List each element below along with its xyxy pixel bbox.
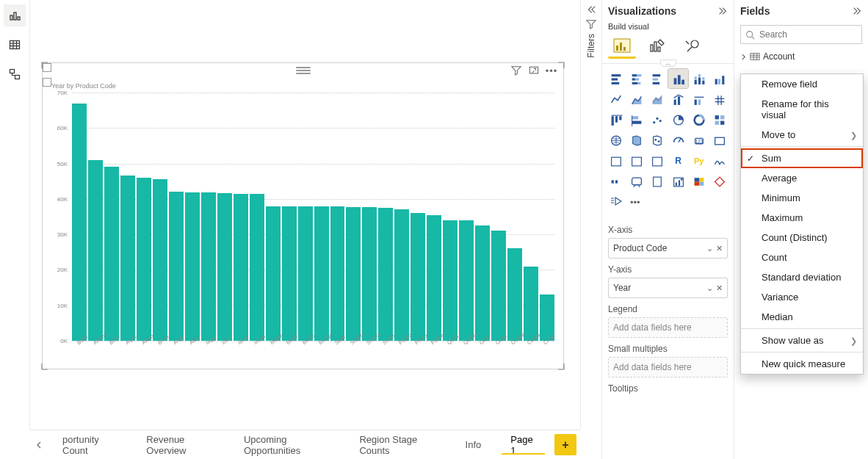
bar[interactable] xyxy=(266,206,281,341)
viz-type-tile[interactable] xyxy=(627,69,646,88)
collapse-right-icon[interactable] xyxy=(852,6,862,16)
ctx-item[interactable]: Rename for this visual xyxy=(741,94,863,125)
bar[interactable] xyxy=(88,160,103,341)
viz-type-tile[interactable]: 123 xyxy=(690,131,709,150)
page-tab[interactable]: portunity Count xyxy=(48,430,131,459)
ctx-item[interactable]: New quick measure xyxy=(741,354,863,374)
viz-type-tile[interactable] xyxy=(710,151,729,170)
viz-type-tile[interactable] xyxy=(627,172,646,191)
more-visuals-icon[interactable]: ••• xyxy=(630,197,640,208)
viz-type-tile[interactable] xyxy=(648,90,667,109)
analytics-tab[interactable] xyxy=(679,34,706,59)
viz-type-tile[interactable] xyxy=(607,131,626,150)
expand-left-icon[interactable] xyxy=(586,4,596,15)
table-account[interactable]: Account xyxy=(740,50,862,63)
viz-type-tile[interactable] xyxy=(607,172,626,191)
viz-type-tile[interactable] xyxy=(607,69,626,88)
page-tab[interactable]: Revenue Overview xyxy=(131,430,229,459)
viz-type-tile[interactable] xyxy=(627,151,646,170)
focus-mode-icon[interactable] xyxy=(528,65,540,76)
viz-type-tile[interactable]: Py xyxy=(690,151,709,170)
bar[interactable] xyxy=(346,207,361,341)
bar[interactable] xyxy=(217,193,232,341)
ctx-item[interactable]: Show value as❯ xyxy=(741,330,863,350)
more-options-icon[interactable]: ••• xyxy=(546,65,557,76)
ctx-item[interactable]: Standard deviation xyxy=(741,267,863,287)
viz-type-tile[interactable] xyxy=(607,90,626,109)
xaxis-well[interactable]: Product Code ⌄✕ xyxy=(608,238,728,259)
bar[interactable] xyxy=(411,213,425,341)
resize-handle[interactable] xyxy=(557,362,564,369)
remove-field-icon[interactable]: ✕ xyxy=(716,244,723,253)
viz-type-tile[interactable] xyxy=(690,172,709,191)
bar[interactable] xyxy=(378,208,393,341)
bar[interactable] xyxy=(491,231,506,341)
bar[interactable] xyxy=(234,194,248,341)
ctx-item[interactable]: Count xyxy=(741,247,863,267)
viz-type-tile[interactable] xyxy=(607,110,626,129)
ctx-item[interactable]: Sum✓ xyxy=(741,148,863,168)
ctx-item[interactable]: Move to❯ xyxy=(741,125,863,145)
ctx-item[interactable]: Count (Distinct) xyxy=(741,228,863,247)
bar[interactable] xyxy=(394,209,409,341)
viz-type-tile[interactable] xyxy=(690,90,709,109)
bar[interactable] xyxy=(185,192,200,341)
filter-icon[interactable] xyxy=(510,65,522,76)
bar[interactable] xyxy=(362,207,377,341)
viz-type-tile[interactable] xyxy=(710,131,729,150)
viz-type-tile[interactable] xyxy=(648,131,667,150)
bar[interactable] xyxy=(443,220,457,341)
fields-search[interactable] xyxy=(740,25,862,44)
build-visual-tab[interactable] xyxy=(608,34,636,59)
data-view-button[interactable] xyxy=(4,34,26,56)
small-multiples-well[interactable]: Add data fields here xyxy=(608,357,728,377)
viz-type-tile[interactable] xyxy=(668,90,687,109)
bar[interactable] xyxy=(250,194,264,341)
ctx-item[interactable]: Variance xyxy=(741,287,863,307)
bar[interactable] xyxy=(524,267,538,341)
viz-type-tile[interactable] xyxy=(690,69,709,88)
page-tab[interactable]: Region Stage Counts xyxy=(344,430,450,459)
bar[interactable] xyxy=(201,192,216,341)
legend-well[interactable]: Add data fields here xyxy=(608,317,728,338)
viz-type-tile[interactable] xyxy=(668,110,687,129)
viz-type-tile[interactable] xyxy=(627,131,646,150)
viz-type-tile[interactable]: R xyxy=(668,151,687,170)
bar[interactable] xyxy=(427,215,441,341)
report-canvas[interactable]: ••• Year by Product Code 70K60K50K40K30K… xyxy=(30,0,580,430)
bar[interactable] xyxy=(314,206,329,341)
bar[interactable] xyxy=(72,104,87,341)
resize-handle[interactable] xyxy=(42,362,49,369)
ctx-item[interactable]: Average xyxy=(741,168,863,188)
bar[interactable] xyxy=(153,179,167,341)
bar[interactable] xyxy=(282,206,297,341)
remove-field-icon[interactable]: ✕ xyxy=(716,283,723,293)
bar[interactable] xyxy=(459,220,474,341)
bar[interactable] xyxy=(104,167,119,341)
add-page-button[interactable]: + xyxy=(554,434,576,455)
chevron-down-icon[interactable]: ⌄ xyxy=(706,283,713,293)
chevron-down-icon[interactable]: ⌄ xyxy=(706,244,713,253)
chart-visual-frame[interactable]: ••• Year by Product Code 70K60K50K40K30K… xyxy=(42,62,564,369)
report-view-button[interactable] xyxy=(4,4,26,26)
viz-type-tile[interactable] xyxy=(627,110,646,129)
bar[interactable] xyxy=(330,206,345,341)
viz-type-tile[interactable] xyxy=(710,110,729,129)
viz-type-tile[interactable] xyxy=(648,110,667,129)
drag-grip-icon[interactable] xyxy=(296,67,311,74)
viz-type-tile[interactable] xyxy=(710,172,729,191)
collapse-right-icon[interactable] xyxy=(717,6,728,16)
page-tab[interactable]: Upcoming Opportunities xyxy=(229,430,345,459)
ctx-item[interactable]: Remove field xyxy=(741,74,863,94)
viz-type-tile[interactable] xyxy=(668,172,687,191)
page-tab[interactable]: Info xyxy=(451,430,496,459)
format-visual-tab[interactable] xyxy=(643,34,671,59)
ctx-item[interactable]: Maximum xyxy=(741,208,863,228)
viz-type-tile[interactable] xyxy=(648,172,667,191)
model-view-button[interactable] xyxy=(4,63,26,85)
chevron-up-icon[interactable]: ︿ xyxy=(660,59,676,67)
bar[interactable] xyxy=(169,192,184,341)
bar[interactable] xyxy=(475,225,490,341)
yaxis-well[interactable]: Year ⌄✕ xyxy=(608,278,728,298)
viz-type-tile[interactable] xyxy=(690,110,709,129)
